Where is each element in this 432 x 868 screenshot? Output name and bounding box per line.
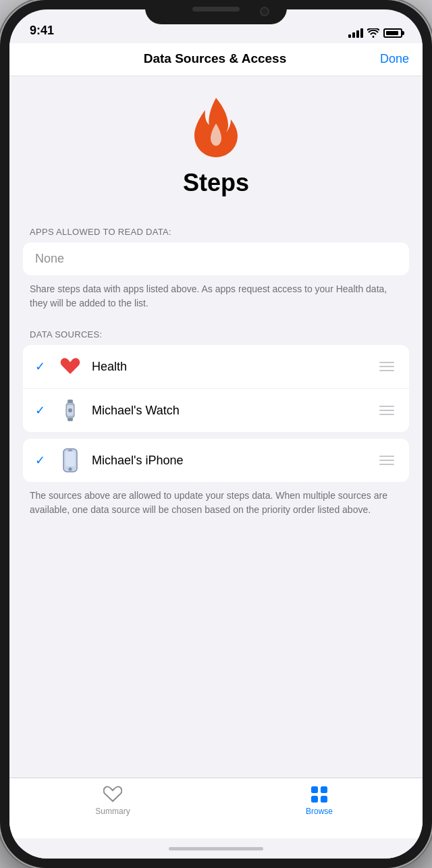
notch <box>145 0 287 24</box>
svg-point-4 <box>68 408 72 412</box>
source-row-iphone[interactable]: ✓ Michael's iPhone <box>23 439 409 482</box>
drag-handle-health[interactable] <box>377 359 397 374</box>
browse-tab-icon <box>310 785 329 804</box>
nav-title: Data Sources & Access <box>50 51 380 66</box>
screen: 9:41 <box>9 9 423 859</box>
status-icons <box>348 28 402 38</box>
notch-speaker <box>192 7 240 11</box>
apps-allowed-card: None <box>23 242 409 275</box>
iphone-icon-wrap <box>58 448 82 472</box>
data-sources-label: DATA SOURCES: <box>9 329 423 345</box>
home-bar <box>169 847 263 850</box>
svg-rect-11 <box>311 796 318 803</box>
drag-handle-iphone[interactable] <box>377 453 397 468</box>
drag-handle-watch[interactable] <box>377 403 397 418</box>
source-row-watch[interactable]: ✓ Michael's Watch <box>23 389 409 432</box>
phone-frame: 9:41 <box>0 0 432 868</box>
watch-icon <box>61 398 79 423</box>
hero-section: Steps <box>9 76 423 227</box>
battery-icon <box>383 28 402 38</box>
svg-rect-12 <box>321 796 327 803</box>
check-watch: ✓ <box>35 403 51 418</box>
apps-allowed-label: APPS ALLOWED TO READ DATA: <box>9 227 423 242</box>
source-row-health[interactable]: ✓ Health <box>23 345 409 389</box>
iphone-device-icon <box>63 448 78 472</box>
source-name-iphone: Michael's iPhone <box>92 454 377 468</box>
data-sources-section: DATA SOURCES: ✓ Health <box>9 329 423 537</box>
apps-allowed-section: APPS ALLOWED TO READ DATA: None Share st… <box>9 227 423 327</box>
sources-note: The sources above are allowed to update … <box>9 482 423 537</box>
svg-rect-10 <box>321 786 327 793</box>
source-divider <box>9 432 423 439</box>
done-button[interactable]: Done <box>380 52 409 66</box>
nav-bar: Data Sources & Access Done <box>9 43 423 76</box>
sources-card-top: ✓ Health ✓ <box>23 345 409 432</box>
summary-tab-icon <box>103 785 122 804</box>
svg-rect-1 <box>68 400 73 403</box>
notch-camera <box>260 7 269 16</box>
hero-title: Steps <box>183 169 249 197</box>
summary-tab-label: Summary <box>95 807 130 816</box>
scroll-content: Steps APPS ALLOWED TO READ DATA: None Sh… <box>9 76 423 778</box>
svg-rect-7 <box>68 450 72 452</box>
check-health: ✓ <box>35 359 51 374</box>
wifi-icon <box>367 28 379 38</box>
tab-bar: Summary Browse <box>9 778 423 838</box>
tab-summary[interactable]: Summary <box>9 785 216 816</box>
health-heart-icon <box>60 357 80 376</box>
svg-rect-9 <box>311 786 318 793</box>
source-name-watch: Michael's Watch <box>92 404 377 418</box>
signal-bars-icon <box>348 28 363 38</box>
health-icon-wrap <box>58 354 82 379</box>
check-iphone: ✓ <box>35 453 51 468</box>
apps-allowed-note: Share steps data with apps listed above.… <box>9 275 423 327</box>
tab-browse[interactable]: Browse <box>216 785 423 816</box>
svg-rect-2 <box>68 418 73 421</box>
svg-point-8 <box>69 468 72 471</box>
status-time: 9:41 <box>30 24 54 38</box>
flame-icon <box>189 97 243 161</box>
browse-tab-label: Browse <box>306 807 333 816</box>
watch-icon-wrap <box>58 398 82 423</box>
apps-allowed-none: None <box>23 242 409 275</box>
svg-rect-6 <box>65 452 75 466</box>
home-indicator <box>9 838 423 859</box>
source-name-health: Health <box>92 360 377 374</box>
sources-card-iphone: ✓ Michael's iPhone <box>23 439 409 482</box>
